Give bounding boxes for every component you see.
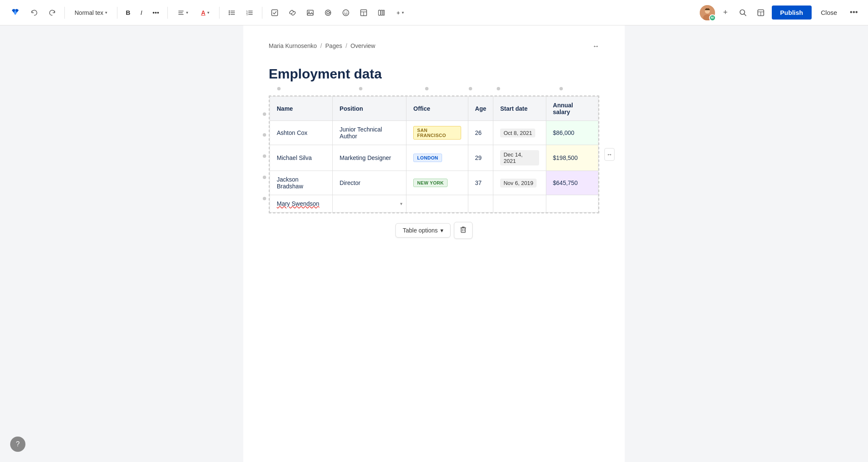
mention-icon [324, 9, 332, 17]
cell-office-1[interactable]: SAN FRANCISCO [406, 121, 468, 145]
page-content: Maria Kurnosenko / Pages / Overview ↔ Em… [243, 25, 625, 462]
svg-rect-27 [378, 10, 381, 15]
breadcrumb-sep-2: / [345, 42, 347, 49]
table-options-button[interactable]: Table options ▾ [395, 223, 451, 238]
emoji-button[interactable] [339, 6, 353, 19]
help-button[interactable]: ? [10, 437, 25, 452]
add-collaborator-button[interactable]: + [719, 6, 732, 19]
cell-age-3[interactable]: 37 [468, 171, 493, 195]
row-dot-2 [263, 133, 266, 137]
cell-date-2[interactable]: Dec 14, 2021 [493, 145, 546, 171]
date-badge-3: Nov 6, 2019 [500, 179, 537, 188]
divider-4 [219, 7, 220, 19]
cell-salary-1[interactable]: $86,000 [546, 121, 598, 145]
svg-line-34 [744, 14, 746, 16]
svg-rect-28 [381, 10, 383, 15]
cell-salary-4[interactable] [546, 195, 598, 213]
cell-age-4[interactable] [468, 195, 493, 213]
cell-age-2[interactable]: 29 [468, 145, 493, 171]
cell-salary-3[interactable]: $645,750 [546, 171, 598, 195]
cell-salary-2[interactable]: $198,500 [546, 145, 598, 171]
link-button[interactable] [285, 6, 300, 19]
svg-point-7 [228, 14, 230, 15]
col-header-salary: Annual salary [546, 97, 598, 121]
table-body: Ashton Cox Junior Technical Author SAN F… [270, 121, 598, 213]
numbered-list-button[interactable]: 1. 2. 3. [242, 6, 257, 19]
svg-rect-38 [461, 228, 465, 232]
bold-button[interactable]: B [122, 6, 134, 19]
breadcrumb-author[interactable]: Maria Kurnosenko [269, 42, 317, 49]
text-style-dropdown[interactable]: Normal tex ▾ [70, 6, 112, 19]
undo-button[interactable] [27, 6, 42, 19]
svg-rect-15 [272, 10, 278, 16]
redo-button[interactable] [45, 6, 59, 19]
table-button[interactable] [356, 6, 371, 19]
columns-icon [378, 9, 385, 17]
text-color-chevron: ▾ [207, 10, 209, 15]
employment-table: Name Position Office Age Start date Annu… [270, 96, 598, 213]
cell-name-4[interactable]: Mary Swendson [270, 195, 333, 213]
cell-name-2[interactable]: Michael Silva [270, 145, 333, 171]
toolbar: Normal tex ▾ B I ••• ▾ A ▾ [0, 0, 868, 25]
more-options-button[interactable]: ••• [846, 6, 861, 20]
breadcrumb: Maria Kurnosenko / Pages / Overview [269, 42, 599, 49]
mention-button[interactable] [321, 6, 335, 19]
table-row: Michael Silva Marketing Designer LONDON … [270, 145, 598, 171]
text-style-chevron: ▾ [105, 10, 107, 15]
text-color-label: A [201, 9, 205, 16]
share-button[interactable] [754, 6, 768, 20]
bullet-list-button[interactable] [225, 6, 239, 19]
svg-point-3 [228, 10, 230, 11]
svg-point-19 [327, 11, 329, 14]
cell-position-3[interactable]: Director [333, 171, 406, 195]
office-badge-2: LONDON [413, 154, 442, 162]
cell-date-3[interactable]: Nov 6, 2019 [493, 171, 546, 195]
cell-position-1[interactable]: Junior Technical Author [333, 121, 406, 145]
table-row: Ashton Cox Junior Technical Author SAN F… [270, 121, 598, 145]
text-color-dropdown[interactable]: A ▾ [196, 6, 214, 19]
more-format-button[interactable]: ••• [149, 6, 163, 19]
cell-name-1[interactable]: Ashton Cox [270, 121, 333, 145]
search-button[interactable] [736, 6, 750, 20]
publish-button[interactable]: Publish [772, 6, 812, 20]
link-icon [289, 9, 296, 17]
logo-button[interactable] [7, 5, 24, 20]
columns-button[interactable] [374, 6, 389, 19]
close-button[interactable]: Close [816, 6, 842, 20]
cell-office-2[interactable]: LONDON [406, 145, 468, 171]
delete-icon [459, 226, 467, 233]
breadcrumb-pages[interactable]: Pages [326, 42, 342, 49]
cell-position-2[interactable]: Marketing Designer [333, 145, 406, 171]
cell-office-4[interactable] [406, 195, 468, 213]
table-head: Name Position Office Age Start date Annu… [270, 97, 598, 121]
cell-position-4[interactable]: ▾ [333, 195, 406, 213]
table-header-row: Name Position Office Age Start date Annu… [270, 97, 598, 121]
expand-icon[interactable]: ↔ [593, 42, 599, 50]
page-title[interactable]: Employment data [269, 66, 599, 82]
svg-rect-29 [383, 10, 384, 15]
col-dot-3 [425, 87, 428, 90]
svg-point-22 [344, 11, 345, 12]
image-icon [306, 9, 314, 17]
table-expand-handle[interactable]: ↔ [604, 148, 615, 161]
col-header-name: Name [270, 97, 333, 121]
svg-rect-16 [307, 10, 313, 15]
cell-age-1[interactable]: 26 [468, 121, 493, 145]
cell-date-4[interactable] [493, 195, 546, 213]
table-row: Jackson Bradshaw Director NEW YORK 37 No… [270, 171, 598, 195]
insert-dropdown[interactable]: + ▾ [392, 6, 409, 19]
image-button[interactable] [303, 6, 317, 19]
cell-office-3[interactable]: NEW YORK [406, 171, 468, 195]
share-icon [757, 8, 765, 17]
dropdown-chevron-icon[interactable]: ▾ [400, 201, 403, 207]
cell-name-3[interactable]: Jackson Bradshaw [270, 171, 333, 195]
align-chevron: ▾ [186, 10, 188, 15]
table-delete-button[interactable] [454, 222, 473, 239]
checkbox-button[interactable] [267, 6, 282, 19]
align-dropdown[interactable]: ▾ [173, 6, 193, 19]
table-options-chevron: ▾ [440, 227, 443, 234]
cell-date-1[interactable]: Oct 8, 2021 [493, 121, 546, 145]
col-header-office: Office [406, 97, 468, 121]
text-style-label: Normal tex [75, 9, 103, 16]
italic-button[interactable]: I [137, 6, 146, 19]
